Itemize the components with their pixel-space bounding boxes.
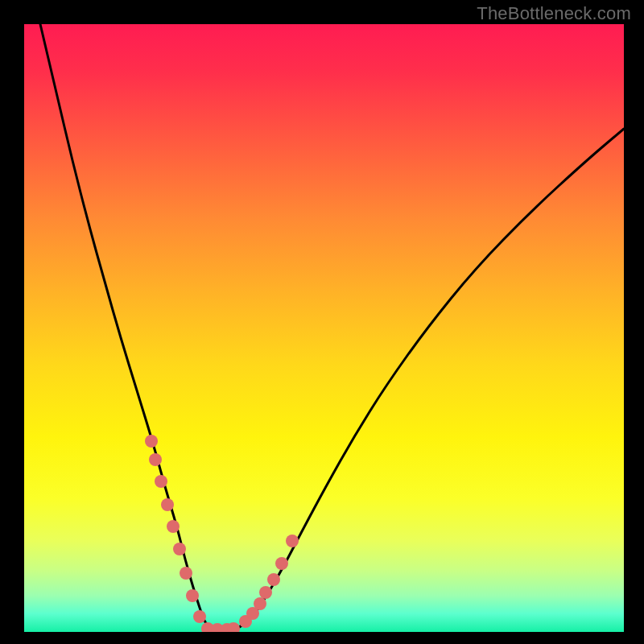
watermark-text: TheBottleneck.com xyxy=(477,3,631,24)
bottleneck-curve xyxy=(40,24,624,630)
data-marker xyxy=(155,475,167,488)
data-markers xyxy=(145,435,299,632)
data-marker xyxy=(193,610,206,623)
data-marker xyxy=(186,589,199,602)
data-marker xyxy=(286,535,299,547)
data-marker xyxy=(149,453,162,466)
data-marker xyxy=(145,435,158,448)
data-marker xyxy=(259,586,272,599)
plot-area xyxy=(24,24,624,632)
chart-svg xyxy=(24,24,624,632)
data-marker xyxy=(267,573,280,586)
data-marker xyxy=(167,520,180,533)
data-marker xyxy=(173,543,186,555)
data-marker xyxy=(275,557,288,570)
data-marker xyxy=(254,597,266,610)
data-marker xyxy=(161,498,174,511)
chart-frame: TheBottleneck.com xyxy=(0,0,644,644)
data-marker xyxy=(180,567,192,580)
